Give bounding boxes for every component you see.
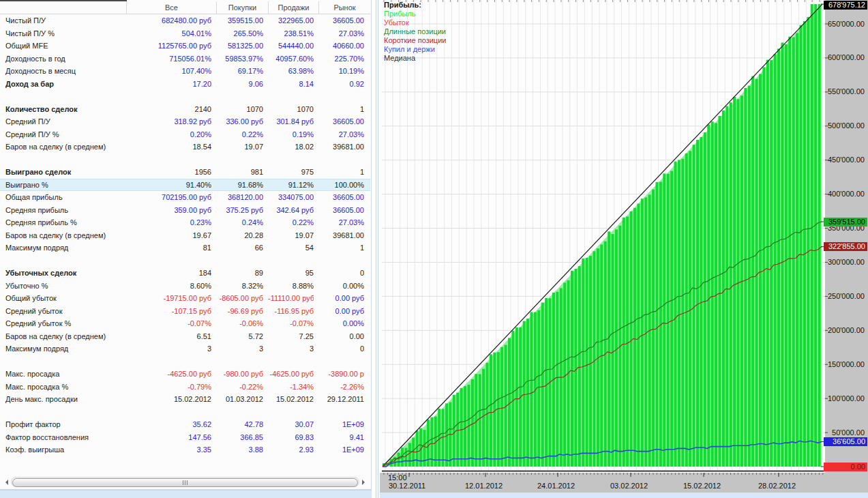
row-label: Баров на сделку (в среднем) <box>0 229 126 242</box>
table-row[interactable]: Средний убыток %-0.07%-0.06%-0.07%0.00% <box>0 317 370 330</box>
cell-value: 10.19% <box>318 65 364 78</box>
cell-value: 0.00 руб <box>318 305 364 318</box>
cell-value: 581325.00 <box>216 40 263 53</box>
table-row[interactable]: Максимум подряд8166541 <box>0 241 370 254</box>
table-row[interactable]: Выиграно сделок19569819751 <box>0 166 370 179</box>
column-header-Рынок[interactable]: Рынок <box>318 1 370 14</box>
table-row[interactable]: Выиграно %91.40%91.68%91.12%100.00% <box>0 179 370 192</box>
scrollbar-thumb[interactable] <box>12 478 358 487</box>
row-label: Чистый П/У % <box>0 27 126 40</box>
cell-value: 0.00% <box>318 280 364 293</box>
table-row[interactable]: Доходность в месяц107.40%69.17%63.98%10.… <box>0 65 370 78</box>
cell-value: 91.68% <box>216 179 263 192</box>
cell-value: 3 <box>126 342 211 355</box>
horizontal-scrollbar[interactable] <box>1 477 369 487</box>
row-label: Средний убыток % <box>0 317 126 330</box>
table-row[interactable]: Убыточно %8.60%8.32%8.88%0.00% <box>0 280 370 293</box>
table-row[interactable]: Доходность в год715056.01%59853.97%40957… <box>0 53 370 65</box>
scroll-left-button[interactable] <box>1 478 10 486</box>
cell-value: -0.06% <box>216 317 263 330</box>
cell-value: 30.07 <box>268 418 314 431</box>
cell-value: 2140 <box>126 103 211 116</box>
row-label: Общая прибыль <box>0 191 126 204</box>
cell-value: 0.22% <box>268 216 314 229</box>
table-row[interactable]: Баров на сделку (в среднем)18.5419.0718.… <box>0 141 370 153</box>
table-row[interactable]: Средняя прибыль %0.23%0.24%0.22%27.03% <box>0 216 370 229</box>
table-row[interactable]: Макс. просадка-4625.00 руб-980.00 руб-46… <box>0 368 370 381</box>
cell-value: 2.93 <box>268 443 314 456</box>
column-header-label[interactable] <box>0 1 126 14</box>
scrollbar-track[interactable] <box>11 477 359 487</box>
cell-value: 359.00 руб <box>126 204 211 217</box>
table-row[interactable]: Максимум подряд3330 <box>0 342 370 355</box>
column-header-Все[interactable]: Все <box>126 1 216 14</box>
table-row[interactable]: Чистый П/У682480.00 руб359515.00322965.0… <box>0 14 370 27</box>
table-body: Чистый П/У682480.00 руб359515.00322965.0… <box>0 14 370 456</box>
cell-value: 1956 <box>126 166 211 179</box>
cell-value: 19.67 <box>126 229 211 242</box>
cell-value: 15.02.2012 <box>126 393 211 406</box>
panel-splitter[interactable] <box>372 0 380 498</box>
y-axis-label: 50'000.00 <box>824 428 865 437</box>
column-header-Покупки[interactable]: Покупки <box>216 1 268 14</box>
cell-value: 8.88% <box>268 280 314 293</box>
cell-value: 981 <box>216 166 263 179</box>
row-label: Доходность в месяц <box>0 65 126 78</box>
table-row[interactable]: Общая прибыль702195.00 руб368120.0033407… <box>0 191 370 204</box>
table-row[interactable]: Средняя прибыль359.00 руб375.25 руб342.6… <box>0 204 370 217</box>
column-header-Продажи[interactable]: Продажи <box>268 1 318 14</box>
table-row[interactable]: Чистый П/У %504.01%265.50%238.51%27.03% <box>0 27 370 40</box>
y-axis-label: 650'000.00 <box>824 20 865 29</box>
table-row[interactable]: Профит фактор35.6242.7830.071E+09 <box>0 418 370 431</box>
table-row[interactable]: Общий убыток-19715.00 руб-8605.00 руб-11… <box>0 292 370 305</box>
cell-value: 0.22% <box>216 128 263 141</box>
left-arrow-icon <box>3 480 8 485</box>
cell-value: -11110.00 руб <box>268 292 314 305</box>
cell-value: 359515.00 <box>216 14 263 27</box>
cell-value: 265.50% <box>216 27 263 40</box>
table-row[interactable]: Средний П/У318.92 руб336.00 руб301.84 ру… <box>0 115 370 128</box>
table-row-spacer <box>0 406 370 419</box>
table-row[interactable]: Общий MFE1125765.00 руб581325.00544440.0… <box>0 40 370 53</box>
row-label: Выиграно сделок <box>0 166 126 179</box>
table-row[interactable]: Количество сделок2140107010701 <box>0 103 370 116</box>
cell-value: 19.07 <box>268 229 314 242</box>
table-row[interactable]: День макс. просадки15.02.201201.03.20121… <box>0 393 370 406</box>
cell-value: 301.84 руб <box>268 115 314 128</box>
cell-value: 342.64 руб <box>268 204 314 217</box>
cell-value: 375.25 руб <box>216 204 263 217</box>
cell-value: 1070 <box>216 103 263 116</box>
cell-value: 334075.00 <box>268 191 314 204</box>
row-label: Профит фактор <box>0 418 126 431</box>
row-label: Убыточно % <box>0 280 126 293</box>
x-axis-date-label: 15.02.2012 <box>683 482 721 490</box>
cell-value: 18.02 <box>268 141 314 153</box>
table-row[interactable]: Коэф. выигрыша3.353.882.931E+09 <box>0 443 370 456</box>
cell-value: 42.78 <box>216 418 263 431</box>
cell-value: 3 <box>268 342 314 355</box>
table-row[interactable]: Фактор восстановления147.56366.8569.839.… <box>0 431 370 444</box>
y-axis-label: 450'000.00 <box>824 156 865 164</box>
table-row[interactable]: Баров на сделку (в среднем)6.515.727.250… <box>0 330 370 343</box>
cell-value: 1E+09 <box>318 418 364 431</box>
cell-value: 39681.00 <box>318 141 364 153</box>
table-row[interactable]: Средний убыток-107.15 руб-96.69 руб-116.… <box>0 305 370 318</box>
equity-chart[interactable] <box>380 0 868 493</box>
table-row[interactable]: Средний П/У %0.20%0.22%0.19%27.03% <box>0 128 370 141</box>
table-row[interactable]: Убыточных сделок18489950 <box>0 267 370 280</box>
cell-value: 66 <box>216 241 263 254</box>
table-row[interactable]: Макс. просадка %-0.79%-0.22%-1.34%-2.26% <box>0 381 370 394</box>
cell-value: 0.23% <box>126 216 211 229</box>
table-row[interactable]: Баров на сделку (в среднем)19.6720.2819.… <box>0 229 370 242</box>
x-axis-date-label: 30.12.2011 <box>389 482 425 490</box>
row-label: День макс. просадки <box>0 393 126 406</box>
row-label: Чистый П/У <box>0 14 126 27</box>
y-axis-label: 300'000.00 <box>824 258 865 267</box>
table-row[interactable]: Доход за бар17.209.068.140.92 <box>0 78 370 91</box>
cell-value: 89 <box>216 267 263 280</box>
row-label: Баров на сделку (в среднем) <box>0 141 126 153</box>
row-label: Доход за бар <box>0 78 126 91</box>
scroll-right-button[interactable] <box>360 478 369 486</box>
axis-value-badge: 322'855.00 <box>824 242 867 251</box>
cell-value: 1070 <box>268 103 314 116</box>
